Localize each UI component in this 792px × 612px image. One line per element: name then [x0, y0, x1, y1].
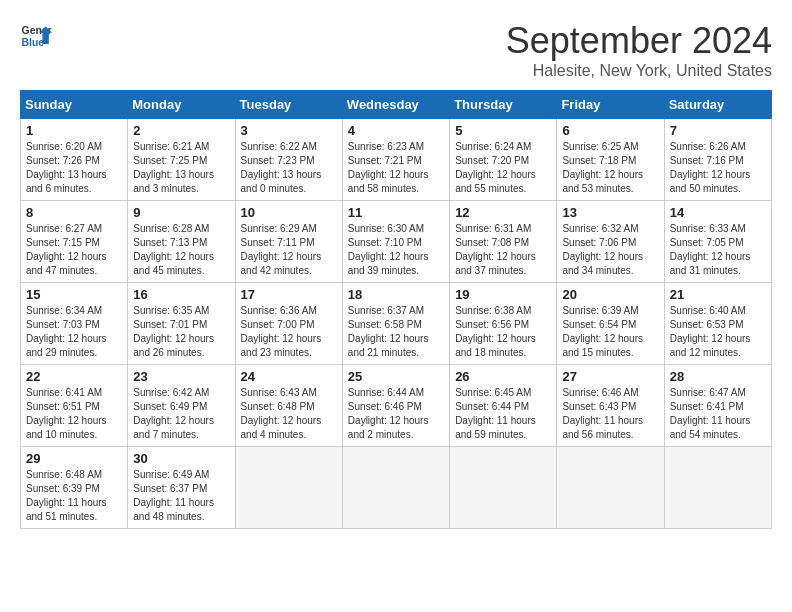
daylight-label: Daylight: 12 hours and 50 minutes.	[670, 169, 751, 194]
day-info: Sunrise: 6:28 AM Sunset: 7:13 PM Dayligh…	[133, 222, 229, 278]
sunset-label: Sunset: 6:51 PM	[26, 401, 100, 412]
day-info: Sunrise: 6:20 AM Sunset: 7:26 PM Dayligh…	[26, 140, 122, 196]
table-row	[342, 447, 449, 529]
table-row: 21 Sunrise: 6:40 AM Sunset: 6:53 PM Dayl…	[664, 283, 771, 365]
sunset-label: Sunset: 6:43 PM	[562, 401, 636, 412]
sunset-label: Sunset: 7:15 PM	[26, 237, 100, 248]
day-number: 2	[133, 123, 229, 138]
day-info: Sunrise: 6:43 AM Sunset: 6:48 PM Dayligh…	[241, 386, 337, 442]
table-row: 24 Sunrise: 6:43 AM Sunset: 6:48 PM Dayl…	[235, 365, 342, 447]
svg-text:Blue: Blue	[22, 37, 45, 48]
table-row	[235, 447, 342, 529]
logo: General Blue	[20, 20, 52, 52]
day-info: Sunrise: 6:23 AM Sunset: 7:21 PM Dayligh…	[348, 140, 444, 196]
col-thursday: Thursday	[450, 91, 557, 119]
daylight-label: Daylight: 12 hours and 31 minutes.	[670, 251, 751, 276]
day-number: 19	[455, 287, 551, 302]
col-saturday: Saturday	[664, 91, 771, 119]
daylight-label: Daylight: 11 hours and 54 minutes.	[670, 415, 751, 440]
sunrise-label: Sunrise: 6:23 AM	[348, 141, 424, 152]
sunrise-label: Sunrise: 6:44 AM	[348, 387, 424, 398]
day-info: Sunrise: 6:44 AM Sunset: 6:46 PM Dayligh…	[348, 386, 444, 442]
sunrise-label: Sunrise: 6:46 AM	[562, 387, 638, 398]
day-number: 29	[26, 451, 122, 466]
daylight-label: Daylight: 12 hours and 4 minutes.	[241, 415, 322, 440]
daylight-label: Daylight: 12 hours and 55 minutes.	[455, 169, 536, 194]
day-info: Sunrise: 6:42 AM Sunset: 6:49 PM Dayligh…	[133, 386, 229, 442]
day-number: 5	[455, 123, 551, 138]
sunset-label: Sunset: 7:18 PM	[562, 155, 636, 166]
daylight-label: Daylight: 12 hours and 26 minutes.	[133, 333, 214, 358]
sunrise-label: Sunrise: 6:37 AM	[348, 305, 424, 316]
day-number: 10	[241, 205, 337, 220]
col-sunday: Sunday	[21, 91, 128, 119]
daylight-label: Daylight: 12 hours and 12 minutes.	[670, 333, 751, 358]
sunrise-label: Sunrise: 6:28 AM	[133, 223, 209, 234]
daylight-label: Daylight: 12 hours and 10 minutes.	[26, 415, 107, 440]
daylight-label: Daylight: 11 hours and 51 minutes.	[26, 497, 107, 522]
sunset-label: Sunset: 7:01 PM	[133, 319, 207, 330]
sunrise-label: Sunrise: 6:24 AM	[455, 141, 531, 152]
table-row	[450, 447, 557, 529]
sunset-label: Sunset: 7:26 PM	[26, 155, 100, 166]
sunrise-label: Sunrise: 6:27 AM	[26, 223, 102, 234]
sunrise-label: Sunrise: 6:45 AM	[455, 387, 531, 398]
day-info: Sunrise: 6:29 AM Sunset: 7:11 PM Dayligh…	[241, 222, 337, 278]
day-info: Sunrise: 6:33 AM Sunset: 7:05 PM Dayligh…	[670, 222, 766, 278]
daylight-label: Daylight: 12 hours and 37 minutes.	[455, 251, 536, 276]
col-wednesday: Wednesday	[342, 91, 449, 119]
table-row: 27 Sunrise: 6:46 AM Sunset: 6:43 PM Dayl…	[557, 365, 664, 447]
sunset-label: Sunset: 6:46 PM	[348, 401, 422, 412]
day-info: Sunrise: 6:45 AM Sunset: 6:44 PM Dayligh…	[455, 386, 551, 442]
sunset-label: Sunset: 7:03 PM	[26, 319, 100, 330]
day-number: 28	[670, 369, 766, 384]
table-row: 16 Sunrise: 6:35 AM Sunset: 7:01 PM Dayl…	[128, 283, 235, 365]
sunrise-label: Sunrise: 6:25 AM	[562, 141, 638, 152]
sunset-label: Sunset: 7:10 PM	[348, 237, 422, 248]
table-row: 30 Sunrise: 6:49 AM Sunset: 6:37 PM Dayl…	[128, 447, 235, 529]
table-row: 20 Sunrise: 6:39 AM Sunset: 6:54 PM Dayl…	[557, 283, 664, 365]
sunset-label: Sunset: 7:23 PM	[241, 155, 315, 166]
day-info: Sunrise: 6:32 AM Sunset: 7:06 PM Dayligh…	[562, 222, 658, 278]
table-row: 12 Sunrise: 6:31 AM Sunset: 7:08 PM Dayl…	[450, 201, 557, 283]
day-number: 12	[455, 205, 551, 220]
sunrise-label: Sunrise: 6:33 AM	[670, 223, 746, 234]
day-info: Sunrise: 6:37 AM Sunset: 6:58 PM Dayligh…	[348, 304, 444, 360]
header: General Blue September 2024 Halesite, Ne…	[20, 20, 772, 80]
day-number: 16	[133, 287, 229, 302]
daylight-label: Daylight: 12 hours and 58 minutes.	[348, 169, 429, 194]
sunrise-label: Sunrise: 6:49 AM	[133, 469, 209, 480]
sunrise-label: Sunrise: 6:48 AM	[26, 469, 102, 480]
daylight-label: Daylight: 12 hours and 39 minutes.	[348, 251, 429, 276]
day-info: Sunrise: 6:21 AM Sunset: 7:25 PM Dayligh…	[133, 140, 229, 196]
day-number: 13	[562, 205, 658, 220]
day-number: 26	[455, 369, 551, 384]
sunset-label: Sunset: 7:21 PM	[348, 155, 422, 166]
sunrise-label: Sunrise: 6:31 AM	[455, 223, 531, 234]
col-friday: Friday	[557, 91, 664, 119]
page-subtitle: Halesite, New York, United States	[506, 62, 772, 80]
day-number: 15	[26, 287, 122, 302]
table-row: 9 Sunrise: 6:28 AM Sunset: 7:13 PM Dayli…	[128, 201, 235, 283]
daylight-label: Daylight: 13 hours and 3 minutes.	[133, 169, 214, 194]
table-row: 1 Sunrise: 6:20 AM Sunset: 7:26 PM Dayli…	[21, 119, 128, 201]
day-info: Sunrise: 6:35 AM Sunset: 7:01 PM Dayligh…	[133, 304, 229, 360]
daylight-label: Daylight: 12 hours and 7 minutes.	[133, 415, 214, 440]
sunrise-label: Sunrise: 6:40 AM	[670, 305, 746, 316]
daylight-label: Daylight: 12 hours and 21 minutes.	[348, 333, 429, 358]
daylight-label: Daylight: 12 hours and 45 minutes.	[133, 251, 214, 276]
table-row: 4 Sunrise: 6:23 AM Sunset: 7:21 PM Dayli…	[342, 119, 449, 201]
sunset-label: Sunset: 7:06 PM	[562, 237, 636, 248]
daylight-label: Daylight: 13 hours and 0 minutes.	[241, 169, 322, 194]
sunset-label: Sunset: 7:16 PM	[670, 155, 744, 166]
daylight-label: Daylight: 11 hours and 48 minutes.	[133, 497, 214, 522]
sunset-label: Sunset: 6:53 PM	[670, 319, 744, 330]
day-number: 30	[133, 451, 229, 466]
table-row: 29 Sunrise: 6:48 AM Sunset: 6:39 PM Dayl…	[21, 447, 128, 529]
sunrise-label: Sunrise: 6:41 AM	[26, 387, 102, 398]
table-row: 17 Sunrise: 6:36 AM Sunset: 7:00 PM Dayl…	[235, 283, 342, 365]
sunrise-label: Sunrise: 6:30 AM	[348, 223, 424, 234]
sunset-label: Sunset: 7:13 PM	[133, 237, 207, 248]
daylight-label: Daylight: 11 hours and 59 minutes.	[455, 415, 536, 440]
day-info: Sunrise: 6:25 AM Sunset: 7:18 PM Dayligh…	[562, 140, 658, 196]
